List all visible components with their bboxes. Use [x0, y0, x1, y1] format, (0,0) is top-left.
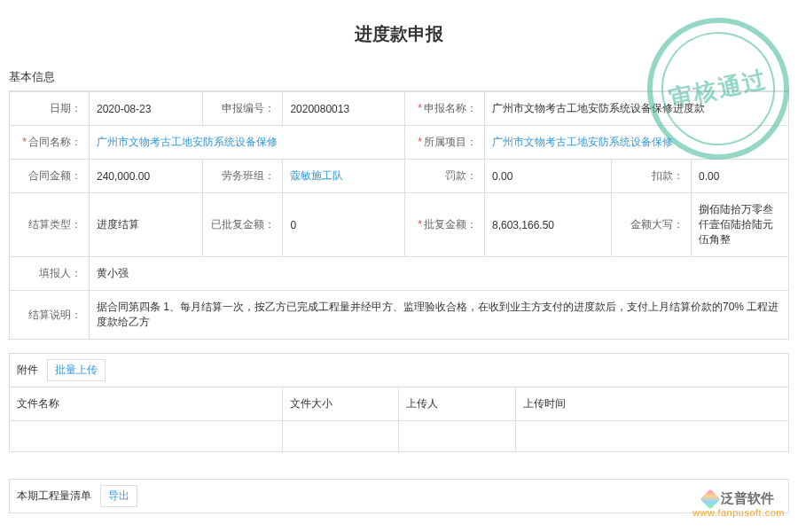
col-file-size: 文件大小: [282, 387, 399, 421]
section-quantity-list: 本期工程量清单: [17, 489, 91, 504]
label-project: *所属项目：: [404, 126, 484, 160]
value-settle-type: 进度结算: [90, 193, 203, 257]
label-filler: 填报人：: [10, 257, 90, 291]
value-reply-amount: 8,603,166.50: [484, 193, 611, 257]
label-apply-no: 申报编号：: [203, 92, 283, 126]
label-penalty: 罚款：: [404, 160, 484, 193]
label-apply-name: *申报名称：: [404, 92, 484, 126]
link-labor-team[interactable]: 蔻敏施工队: [290, 169, 343, 182]
label-labor-team: 劳务班组：: [203, 160, 283, 193]
label-date: 日期：: [10, 92, 90, 126]
col-uploader: 上传人: [399, 387, 516, 421]
value-settle-desc: 据合同第四条 1、每月结算一次，按乙方已完成工程量并经甲方、监理验收合格，在收到…: [90, 291, 789, 340]
value-apply-no: 2020080013: [283, 92, 405, 126]
value-deduction: 0.00: [692, 160, 789, 193]
label-amount-cn: 金额大写：: [612, 193, 692, 257]
label-contract-name: *合同名称：: [10, 126, 90, 160]
section-basic-info: 基本信息: [9, 64, 789, 91]
label-reply-amount: *批复金额：: [404, 193, 484, 257]
value-apply-name: 广州市文物考古工地安防系统设备保修进度款: [484, 92, 788, 126]
label-settle-type: 结算类型：: [10, 193, 90, 257]
label-deduction: 扣款：: [612, 160, 692, 193]
table-row: [10, 421, 789, 452]
value-date: 2020-08-23: [90, 92, 203, 126]
section-attachments: 附件: [17, 363, 38, 378]
page-title: 进度款申报: [9, 9, 789, 64]
label-settle-desc: 结算说明：: [10, 291, 90, 340]
value-filler: 黄小强: [90, 257, 789, 291]
col-file-name: 文件名称: [10, 387, 283, 421]
export-button[interactable]: 导出: [100, 485, 137, 507]
attachments-table: 文件名称 文件大小 上传人 上传时间: [9, 387, 789, 452]
batch-upload-button[interactable]: 批量上传: [47, 359, 106, 381]
basic-info-table: 日期： 2020-08-23 申报编号： 2020080013 *申报名称： 广…: [9, 91, 789, 340]
label-approved-amount: 已批复金额：: [203, 193, 283, 257]
value-approved-amount: 0: [283, 193, 405, 257]
value-contract-amount: 240,000.00: [90, 160, 203, 193]
link-project[interactable]: 广州市文物考古工地安防系统设备保修: [492, 136, 673, 148]
col-upload-time: 上传时间: [516, 387, 789, 421]
link-contract-name[interactable]: 广州市文物考古工地安防系统设备保修: [97, 136, 278, 148]
value-amount-cn: 捌佰陆拾万零叁仟壹佰陆拾陆元伍角整: [692, 193, 789, 257]
value-penalty: 0.00: [484, 160, 611, 193]
label-contract-amount: 合同金额：: [10, 160, 90, 193]
